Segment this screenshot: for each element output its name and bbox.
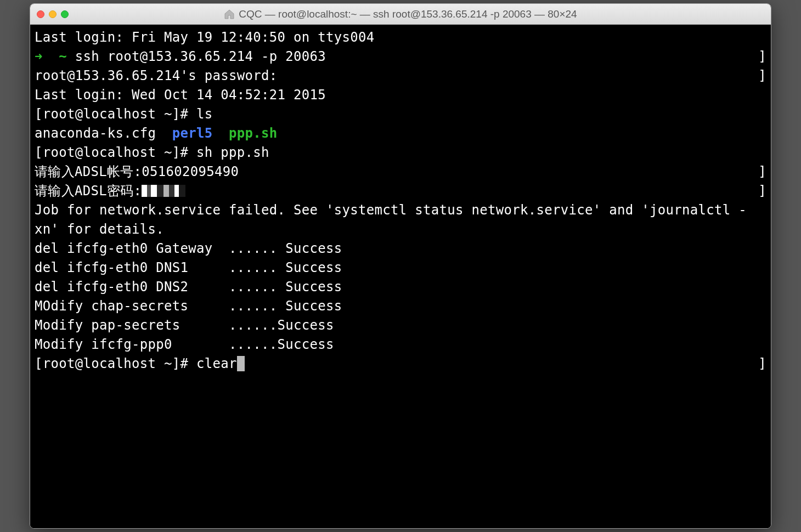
ls-command: ls bbox=[196, 106, 213, 122]
file-anaconda: anaconda-ks.cfg bbox=[35, 126, 156, 141]
minimize-button[interactable] bbox=[49, 10, 57, 18]
titlebar[interactable]: CQC — root@localhost:~ — ssh root@153.36… bbox=[30, 4, 771, 25]
home-icon bbox=[224, 9, 235, 19]
clear-command: clear bbox=[196, 356, 237, 371]
status-row: del ifcfg-eth0 DNS1 ...... Success bbox=[35, 258, 766, 278]
censored-password bbox=[142, 185, 185, 197]
traffic-lights bbox=[37, 10, 69, 18]
terminal-content[interactable]: Last login: Fri May 19 12:40:50 on ttys0… bbox=[30, 25, 771, 528]
ssh-command: ssh root@153.36.65.214 -p 20063 bbox=[75, 49, 326, 64]
window-title: CQC — root@localhost:~ — ssh root@153.36… bbox=[239, 8, 577, 20]
file-ppp: ppp.sh bbox=[229, 126, 278, 141]
password-prompt: root@153.36.65.214's password: bbox=[35, 66, 277, 86]
bracket-end: ] bbox=[758, 66, 766, 86]
maximize-button[interactable] bbox=[61, 10, 69, 18]
close-button[interactable] bbox=[37, 10, 44, 18]
sh-command: sh ppp.sh bbox=[196, 145, 269, 160]
status-row: del ifcfg-eth0 DNS2 ...... Success bbox=[35, 278, 766, 297]
shell-prompt: [root@localhost ~]# bbox=[35, 356, 196, 371]
prompt-arrow: ➜ bbox=[35, 49, 43, 64]
last-login-local: Last login: Fri May 19 12:40:50 on ttys0… bbox=[35, 28, 766, 47]
title-wrap: CQC — root@localhost:~ — ssh root@153.36… bbox=[37, 8, 764, 20]
status-row: Modify ifcfg-ppp0 ......Success bbox=[35, 335, 766, 354]
status-row: MOdify chap-secrets ...... Success bbox=[35, 297, 766, 316]
status-row: Modify pap-secrets ......Success bbox=[35, 316, 766, 335]
adsl-pwd-prompt: 请输入ADSL密码: bbox=[35, 183, 142, 199]
adsl-account-prompt: 请输入ADSL帐号: bbox=[35, 164, 142, 179]
bracket-end: ] bbox=[758, 47, 766, 66]
bracket-end: ] bbox=[758, 354, 766, 373]
terminal-window: CQC — root@localhost:~ — ssh root@153.36… bbox=[30, 3, 771, 529]
cursor-icon bbox=[237, 356, 245, 371]
last-login-remote: Last login: Wed Oct 14 04:52:21 2015 bbox=[35, 86, 766, 105]
prompt-tilde: ~ bbox=[59, 49, 67, 64]
network-fail-msg: Job for network.service failed. See 'sys… bbox=[35, 201, 766, 239]
shell-prompt: [root@localhost ~]# bbox=[35, 145, 196, 160]
file-perl5: perl5 bbox=[172, 126, 213, 141]
shell-prompt: [root@localhost ~]# bbox=[35, 106, 196, 122]
adsl-account-value: 051602095490 bbox=[142, 164, 239, 179]
bracket-end: ] bbox=[758, 162, 766, 182]
status-row: del ifcfg-eth0 Gateway ...... Success bbox=[35, 239, 766, 258]
bracket-end: ] bbox=[758, 182, 766, 201]
